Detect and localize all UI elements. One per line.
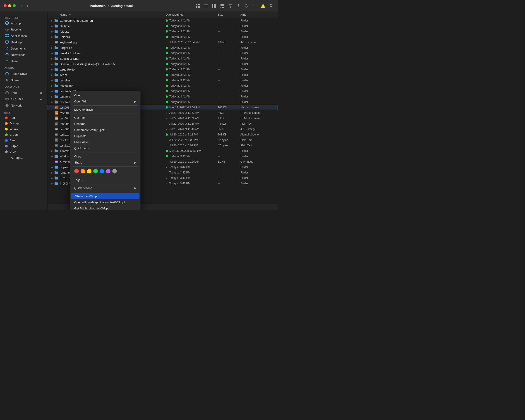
context-menu-item-open-web[interactable]: Open with web application: test003.ppt — [70, 199, 140, 205]
sidebar-item-tag-blue[interactable]: Blue — [1, 137, 46, 143]
table-row[interactable]: keyboard.jpg Jul 29, 2020 at 12:04 PM 4.… — [47, 40, 278, 45]
table-row[interactable]: ▶ LargeFile Today at 3:42 PM -- Folder — [47, 45, 278, 50]
sidebar-item-tag-green[interactable]: Green — [1, 132, 46, 137]
more-button[interactable] — [252, 3, 258, 9]
context-menu-item-copy[interactable]: Copy — [70, 153, 140, 159]
sidebar-item-desktop[interactable]: Desktop — [1, 39, 46, 45]
close-button[interactable] — [4, 4, 7, 7]
sidebar-item-tag-red[interactable]: Red — [1, 115, 46, 120]
context-menu-item-get-info[interactable]: Get Info — [70, 115, 140, 121]
disclosure-triangle[interactable]: ▶ — [51, 85, 54, 87]
tag-color-button[interactable] — [74, 169, 79, 173]
context-menu-item-move-to-trash[interactable]: Move to Trash — [70, 107, 140, 113]
context-menu-item-share[interactable]: Share▶ — [70, 159, 140, 165]
table-row[interactable]: ▶ Special_Test & #+-@,(Copy)$!'`~'Folder… — [47, 61, 278, 67]
context-menu-item-open[interactable]: Open — [70, 92, 140, 98]
search-button[interactable] — [268, 3, 274, 9]
table-row[interactable]: ▶ Level + 1 folder Today at 3:42 PM -- F… — [47, 50, 278, 56]
tag-button[interactable] — [244, 3, 250, 9]
disclosure-triangle[interactable]: ▶ — [51, 95, 54, 98]
back-button[interactable]: ‹ — [20, 3, 23, 9]
sidebar-item-applications[interactable]: Applications — [1, 33, 46, 39]
disclosure-triangle[interactable]: ▶ — [51, 79, 54, 82]
ip-eject-icon[interactable]: ⏏ — [40, 98, 42, 101]
tag-color-button[interactable] — [81, 169, 85, 173]
disclosure-triangle[interactable]: ▶ — [51, 166, 54, 168]
disclosure-triangle[interactable]: ▶ — [51, 57, 54, 60]
context-menu-item-rename[interactable]: Rename — [70, 121, 140, 127]
context-menu-item-quick-actions[interactable]: Quick Actions▶ — [70, 185, 140, 191]
disclosure-triangle[interactable]: ▶ — [51, 52, 54, 55]
list-view-button[interactable] — [203, 3, 209, 9]
disclosure-triangle[interactable]: ▶ — [51, 19, 54, 22]
context-menu-item-quick-look[interactable]: Quick Look — [70, 145, 140, 151]
sidebar-item-fork[interactable]: Fork ⏏ — [1, 90, 46, 96]
sidebar-item-tag-yellow[interactable]: Yellow — [1, 126, 46, 132]
disclosure-triangle[interactable]: ▶ — [51, 182, 54, 185]
disclosure-triangle[interactable]: ▶ — [51, 36, 54, 38]
disclosure-triangle[interactable]: ▶ — [51, 63, 54, 65]
disclosure-triangle[interactable]: ▶ — [51, 30, 54, 33]
sidebar-item-users[interactable]: Users — [1, 58, 46, 64]
table-row[interactable]: ▶ Team Today at 3:42 PM -- Folder — [47, 72, 278, 78]
sidebar-item-all-tags[interactable]: ··· All Tags... — [1, 155, 46, 161]
table-row[interactable]: ▶ folder1 Today at 3:42 PM -- Folder — [47, 29, 278, 34]
sidebar-item-tag-orange[interactable]: Orange — [1, 120, 46, 126]
fork-eject-icon[interactable]: ⏏ — [40, 91, 42, 94]
disclosure-triangle[interactable]: ▶ — [51, 25, 54, 27]
icloud-drive-icon — [5, 72, 9, 76]
disclosure-triangle[interactable]: ▶ — [51, 90, 54, 92]
file-date: ✓ Today at 3:42 PM — [166, 165, 218, 169]
disclosure-triangle[interactable]: ▶ — [51, 101, 54, 103]
table-row[interactable]: ▶ test files Today at 3:42 PM -- Folder — [47, 78, 278, 83]
sidebar-item-recents[interactable]: Recents — [1, 26, 46, 33]
share-button[interactable] — [235, 3, 242, 9]
table-row[interactable]: ▶ European Characters ren Today at 3:42 … — [47, 18, 278, 23]
gallery-view-button[interactable] — [219, 3, 225, 9]
sidebar-item-tag-gray[interactable]: Gray — [1, 149, 46, 155]
table-row[interactable]: ▶ Special & Char Today at 3:42 PM -- Fol… — [47, 56, 278, 61]
table-row[interactable]: ▶ test folder01 Today at 3:42 PM -- Fold… — [47, 83, 278, 88]
tag-color-button[interactable] — [93, 169, 98, 173]
icon-view-button[interactable] — [195, 3, 201, 9]
disclosure-triangle[interactable]: ▶ — [51, 155, 54, 158]
group-button[interactable]: ⊞ — [227, 3, 234, 9]
context-menu-item-open-with[interactable]: Open With▶ — [70, 98, 140, 104]
table-row[interactable]: ▶ targetFolder Today at 3:42 PM -- Folde… — [47, 67, 278, 72]
fullscreen-button[interactable] — [13, 4, 16, 7]
disclosure-triangle[interactable]: ▶ — [51, 177, 54, 179]
context-menu-item-duplicate[interactable]: Duplicate — [70, 133, 140, 139]
tag-color-button[interactable] — [87, 169, 92, 173]
sidebar-item-tag-purple[interactable]: Purple — [1, 143, 46, 149]
sidebar-item-network[interactable]: Network — [1, 102, 46, 109]
sidebar-item-airdrop[interactable]: AirDrop — [1, 20, 46, 26]
file-type-icon — [54, 78, 58, 82]
tag-color-button[interactable] — [112, 169, 117, 173]
disclosure-triangle[interactable]: ▶ — [51, 68, 54, 71]
context-menu-item-share-file[interactable]: Share: test003.ppt — [71, 193, 140, 199]
sidebar-item-documents[interactable]: Documents — [1, 45, 46, 52]
table-row[interactable]: ▶ FolderX Today at 3:42 PM -- Folder — [47, 34, 278, 40]
sidebar-item-downloads[interactable]: Downloads — [1, 52, 46, 58]
disclosure-triangle[interactable]: ▶ — [51, 74, 54, 76]
context-menu-item-tags-menu[interactable]: Tags... — [70, 177, 140, 183]
column-view-button[interactable] — [211, 3, 217, 9]
tag-color-button[interactable] — [106, 169, 111, 173]
context-menu-item-public-link[interactable]: Get Public Link: test003.ppt — [70, 205, 140, 210]
table-row[interactable]: ▶ fileType Today at 3:42 PM -- Folder — [47, 23, 278, 29]
minimize-button[interactable] — [8, 4, 11, 7]
file-date-text: Today at 3:42 PM — [169, 100, 190, 104]
disclosure-triangle[interactable]: ▶ — [51, 172, 54, 174]
disclosure-triangle[interactable]: ▶ — [51, 150, 54, 152]
disclosure-triangle[interactable]: ▶ — [51, 46, 54, 49]
context-menu-item-compress[interactable]: Compress "test003.ppt" — [70, 127, 140, 133]
tag-color-button[interactable] — [100, 169, 104, 173]
column-name-header[interactable]: Name ▼ — [60, 13, 166, 16]
forward-button[interactable]: › — [26, 3, 29, 9]
context-menu-item-make-alias[interactable]: Make Alias — [70, 139, 140, 145]
sidebar-item-icloud-drive[interactable]: iCloud Drive — [1, 71, 46, 77]
file-date: Today at 3:42 PM — [166, 84, 218, 87]
sidebar-item-shared[interactable]: Shared — [1, 77, 46, 83]
file-date-text: Jul 29, 2020 at 11:25 AM — [169, 160, 199, 163]
sidebar-item-ip[interactable]: 127.0.0.1 ⏏ — [1, 96, 46, 102]
